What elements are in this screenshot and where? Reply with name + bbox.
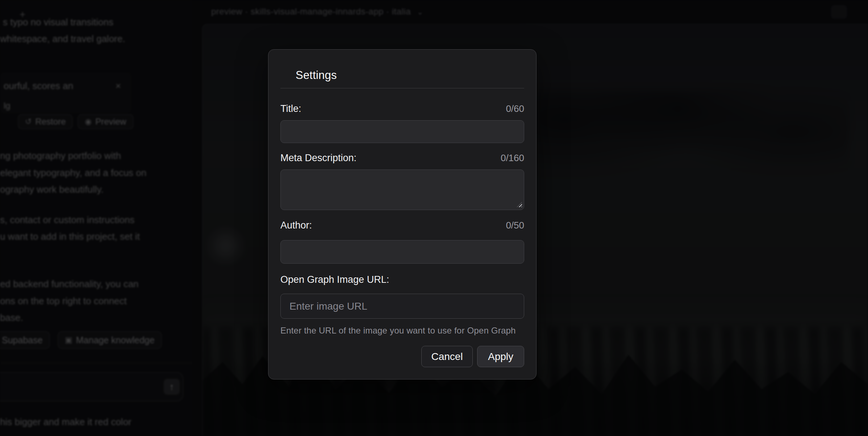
title-input[interactable] <box>280 120 524 143</box>
apply-button[interactable]: Apply <box>477 346 524 367</box>
author-label: Author: <box>280 219 312 231</box>
author-field-row: Author: 0/50 <box>280 219 524 231</box>
title-label: Title: <box>280 103 301 115</box>
meta-description-textarea[interactable] <box>280 169 524 210</box>
author-counter: 0/50 <box>506 219 524 231</box>
og-image-helper-text: Enter the URL of the image you want to u… <box>280 326 524 336</box>
dialog-divider <box>280 88 524 88</box>
app-screen: s typo no visual transitions whitespace,… <box>0 0 868 436</box>
author-input[interactable] <box>280 240 524 264</box>
og-image-field-row: Open Graph Image URL: <box>280 274 524 286</box>
title-field-row: Title: 0/60 <box>280 103 524 115</box>
meta-description-area-wrap <box>280 169 524 210</box>
meta-description-counter: 0/160 <box>501 152 524 164</box>
dialog-title: Settings <box>296 68 524 82</box>
settings-dialog: Settings Title: 0/60 Meta Description: 0… <box>268 49 537 380</box>
og-image-url-label: Open Graph Image URL: <box>280 274 389 286</box>
title-counter: 0/60 <box>506 103 524 115</box>
meta-description-label: Meta Description: <box>280 152 356 164</box>
og-image-url-input[interactable] <box>280 294 524 319</box>
meta-description-field-row: Meta Description: 0/160 <box>280 152 524 164</box>
dialog-actions: Cancel Apply <box>280 346 524 367</box>
cancel-button[interactable]: Cancel <box>421 346 473 367</box>
